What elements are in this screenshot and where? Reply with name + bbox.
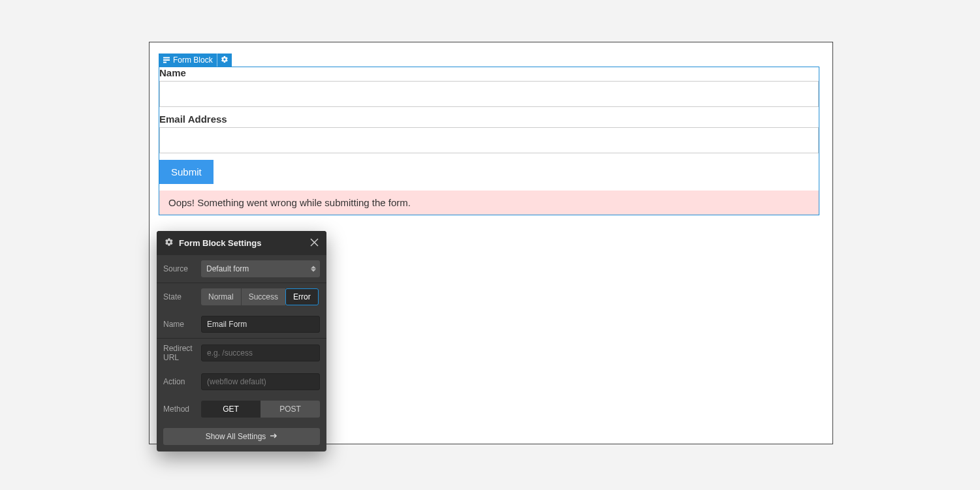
state-option-normal[interactable]: Normal — [201, 288, 241, 305]
form-block-tag[interactable]: Form Block — [159, 54, 217, 67]
state-label: State — [163, 292, 196, 301]
form-block-container: Form Block Name Email Address Sub — [159, 54, 819, 215]
block-selector-tag: Form Block — [159, 54, 232, 67]
method-label: Method — [163, 405, 196, 414]
source-select[interactable]: Default form — [201, 260, 320, 277]
form-name-input[interactable] — [201, 316, 320, 333]
settings-panel-title: Form Block Settings — [179, 238, 261, 248]
email-input[interactable] — [159, 127, 819, 153]
close-button[interactable] — [310, 238, 319, 249]
state-option-error[interactable]: Error — [285, 288, 319, 305]
action-label: Action — [163, 377, 196, 386]
name-input[interactable] — [159, 81, 819, 107]
source-label: Source — [163, 264, 196, 273]
form-block-settings-panel: Form Block Settings Source Default form — [157, 231, 326, 452]
method-segmented-control: GET POST — [201, 401, 320, 418]
name-row: Name — [157, 311, 326, 338]
name-settings-label: Name — [163, 320, 196, 329]
block-tag-settings-button[interactable] — [217, 54, 232, 67]
svg-rect-0 — [163, 57, 170, 59]
form-block-icon — [163, 56, 170, 64]
state-option-success[interactable]: Success — [241, 288, 285, 305]
source-select-value: Default form — [206, 264, 249, 273]
gear-icon — [165, 237, 174, 249]
method-option-post[interactable]: POST — [261, 401, 320, 418]
action-input[interactable] — [201, 373, 320, 390]
form-block-selected[interactable]: Name Email Address Submit Oops! Somethin… — [159, 67, 819, 215]
svg-rect-1 — [163, 59, 170, 61]
name-field-label: Name — [159, 67, 819, 81]
submit-button[interactable]: Submit — [159, 160, 213, 184]
gear-icon — [221, 55, 229, 65]
block-tag-label: Form Block — [173, 55, 213, 65]
redirect-url-input[interactable] — [201, 345, 320, 361]
close-icon — [310, 239, 319, 249]
select-chevrons-icon — [311, 266, 316, 272]
submit-button-label: Submit — [171, 166, 202, 177]
email-field-label: Email Address — [159, 114, 819, 127]
state-segmented-control: Normal Success Error — [201, 288, 320, 305]
method-option-get[interactable]: GET — [201, 401, 261, 418]
redirect-label: Redirect URL — [163, 344, 196, 363]
method-row: Method GET POST — [157, 395, 326, 423]
show-all-settings-label: Show All Settings — [206, 432, 266, 441]
show-all-settings-button[interactable]: Show All Settings — [163, 428, 320, 445]
action-row: Action — [157, 368, 326, 395]
svg-rect-2 — [163, 62, 166, 63]
source-row: Source Default form — [157, 255, 326, 283]
settings-panel-header: Form Block Settings — [157, 231, 326, 255]
redirect-row: Redirect URL — [157, 339, 326, 368]
arrow-right-icon — [270, 432, 277, 441]
form-error-message: Oops! Something went wrong while submitt… — [159, 191, 819, 215]
state-row: State Normal Success Error — [157, 283, 326, 311]
